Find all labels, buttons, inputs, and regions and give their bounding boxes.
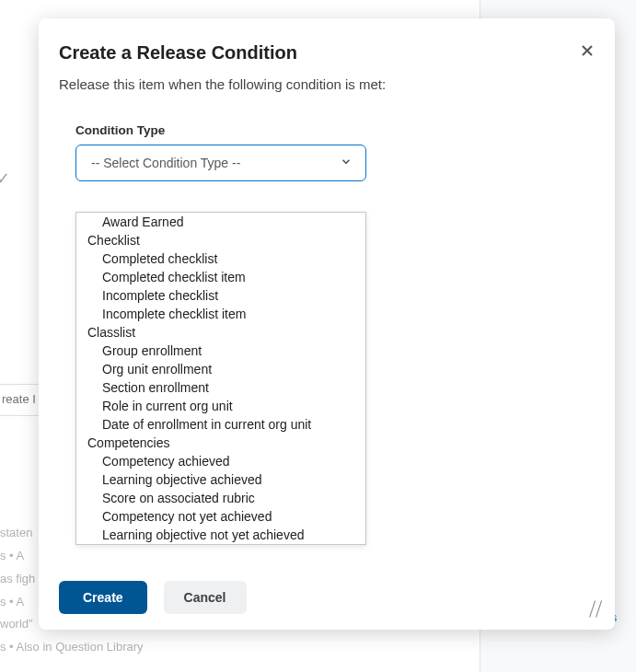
condition-type-select[interactable]: -- Select Condition Type -- xyxy=(75,145,366,181)
create-button[interactable]: Create xyxy=(59,581,147,614)
resize-handle-icon[interactable]: ⧸⧸ xyxy=(589,599,602,619)
modal-header: Create a Release Condition Release this … xyxy=(39,18,615,99)
dropdown-option[interactable]: Date of enrollment in current org unit xyxy=(76,415,365,434)
close-icon xyxy=(580,43,595,61)
dropdown-option[interactable]: Group enrollment xyxy=(76,342,365,360)
dropdown-option[interactable]: Completed checklist item xyxy=(76,268,365,286)
dropdown-option[interactable]: Competency not yet achieved xyxy=(76,507,365,526)
dropdown-option[interactable]: Competency achieved xyxy=(76,452,365,470)
modal-body: Condition Type -- Select Condition Type … xyxy=(39,99,615,565)
bg-frag-line: s • Also in Question Library xyxy=(0,638,166,657)
condition-type-dropdown[interactable]: Award EarnedChecklistCompleted checklist… xyxy=(75,212,366,545)
dropdown-option[interactable]: Incomplete checklist xyxy=(76,286,365,305)
modal-footer: Create Cancel ⧸⧸ xyxy=(39,565,615,630)
condition-type-label: Condition Type xyxy=(75,123,595,137)
bg-checkmark: ✓ xyxy=(0,166,10,192)
dropdown-group-label: Competencies xyxy=(76,434,365,452)
dropdown-option[interactable]: Score on associated rubric xyxy=(76,489,365,507)
dropdown-option[interactable]: Incomplete checklist item xyxy=(76,305,365,323)
close-button[interactable] xyxy=(574,39,600,64)
dropdown-option[interactable]: Learning objective achieved xyxy=(76,470,365,489)
create-release-condition-modal: Create a Release Condition Release this … xyxy=(39,18,615,630)
dropdown-group-label: Content xyxy=(76,544,365,545)
dropdown-option[interactable]: Org unit enrollment xyxy=(76,360,365,378)
modal-subtitle: Release this item when the following con… xyxy=(59,76,591,92)
dropdown-option[interactable]: Learning objective not yet achieved xyxy=(76,526,365,544)
modal-title: Create a Release Condition xyxy=(59,42,591,64)
chevron-down-icon xyxy=(340,156,353,171)
select-placeholder-text: -- Select Condition Type -- xyxy=(91,156,240,170)
dropdown-group-label: Checklist xyxy=(76,231,365,249)
dropdown-option[interactable]: Completed checklist xyxy=(76,249,365,268)
bg-create-button-fragment: reate I xyxy=(0,384,44,416)
dropdown-option[interactable]: Section enrollment xyxy=(76,378,365,397)
dropdown-group-label: Classlist xyxy=(76,323,365,342)
dropdown-option[interactable]: Role in current org unit xyxy=(76,397,365,415)
dropdown-option[interactable]: Award Earned xyxy=(76,213,365,231)
cancel-button[interactable]: Cancel xyxy=(164,581,247,614)
